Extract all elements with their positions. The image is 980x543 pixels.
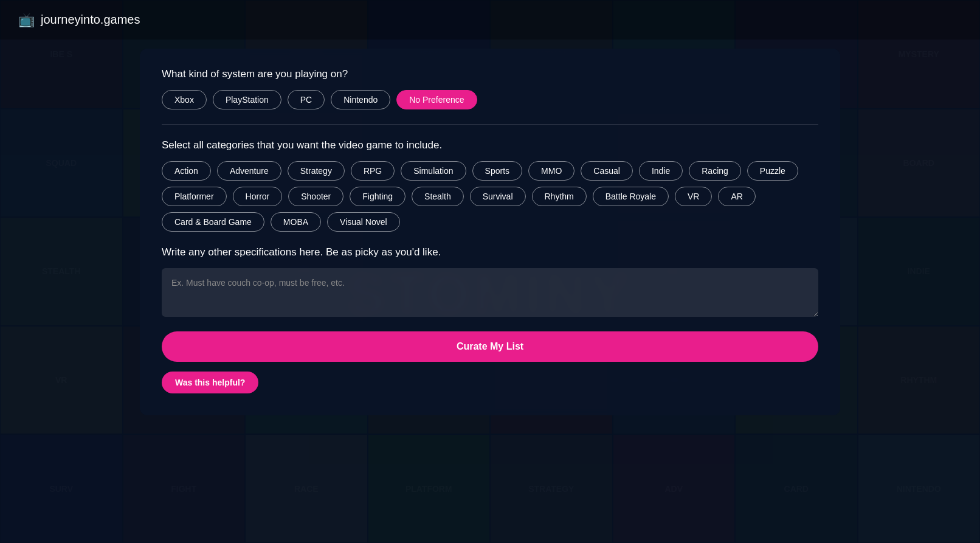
helpful-button[interactable]: Was this helpful? <box>162 372 258 393</box>
site-name: journeyinto.games <box>41 13 140 27</box>
tv-icon: 📺 <box>18 12 35 28</box>
curate-button[interactable]: Curate My List <box>162 331 818 362</box>
category-pill-indie[interactable]: Indie <box>639 161 683 181</box>
category-pill-visual-novel[interactable]: Visual Novel <box>327 212 400 232</box>
specs-question: Write any other specifications here. Be … <box>162 246 818 258</box>
categories-question: Select all categories that you want the … <box>162 139 818 151</box>
category-pill-survival[interactable]: Survival <box>470 187 526 206</box>
category-pill-moba[interactable]: MOBA <box>271 212 321 232</box>
category-pill-platformer[interactable]: Platformer <box>162 187 227 206</box>
category-pill-card-board[interactable]: Card & Board Game <box>162 212 264 232</box>
system-pill-pc[interactable]: PC <box>288 90 325 109</box>
category-pill-battle-royale[interactable]: Battle Royale <box>593 187 669 206</box>
category-pill-fighting[interactable]: Fighting <box>350 187 405 206</box>
logo-area: 📺 journeyinto.games <box>18 12 140 28</box>
category-pill-ar[interactable]: AR <box>718 187 755 206</box>
system-pill-playstation[interactable]: PlayStation <box>213 90 281 109</box>
main-card: What kind of system are you playing on? … <box>140 49 840 415</box>
system-pill-row: XboxPlayStationPCNintendoNo Preference <box>162 90 818 109</box>
system-question: What kind of system are you playing on? <box>162 68 818 80</box>
category-pill-adventure[interactable]: Adventure <box>217 161 281 181</box>
category-pill-simulation[interactable]: Simulation <box>401 161 466 181</box>
category-pill-racing[interactable]: Racing <box>689 161 741 181</box>
category-pill-horror[interactable]: Horror <box>233 187 283 206</box>
category-pill-mmo[interactable]: MMO <box>528 161 575 181</box>
header: 📺 journeyinto.games <box>0 0 980 40</box>
category-pill-puzzle[interactable]: Puzzle <box>747 161 798 181</box>
divider <box>162 124 818 125</box>
categories-pill-row: ActionAdventureStrategyRPGSimulationSpor… <box>162 161 818 232</box>
category-pill-vr[interactable]: VR <box>675 187 712 206</box>
category-pill-stealth[interactable]: Stealth <box>412 187 464 206</box>
category-pill-casual[interactable]: Casual <box>581 161 633 181</box>
category-pill-shooter[interactable]: Shooter <box>288 187 343 206</box>
category-pill-rhythm[interactable]: Rhythm <box>532 187 587 206</box>
category-pill-sports[interactable]: Sports <box>472 161 522 181</box>
category-pill-strategy[interactable]: Strategy <box>288 161 345 181</box>
category-pill-action[interactable]: Action <box>162 161 211 181</box>
specs-input[interactable] <box>162 268 818 317</box>
system-pill-nintendo[interactable]: Nintendo <box>331 90 390 109</box>
system-pill-xbox[interactable]: Xbox <box>162 90 207 109</box>
system-pill-no-preference[interactable]: No Preference <box>396 90 477 109</box>
category-pill-rpg[interactable]: RPG <box>351 161 395 181</box>
